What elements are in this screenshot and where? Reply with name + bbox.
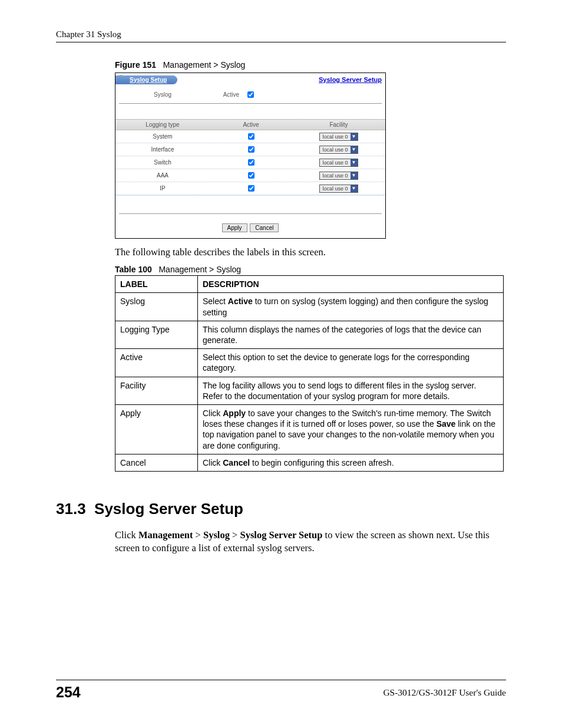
facility-value: local use 0 — [320, 147, 350, 153]
dropdown-arrow-icon: ▼ — [351, 159, 358, 166]
row-name: Interface — [115, 145, 210, 154]
syslog-active-row: Syslog Active — [115, 86, 385, 103]
table-row: Switch local use 0 ▼ — [115, 156, 385, 169]
row-active-checkbox[interactable] — [248, 185, 254, 192]
syslog-active-checkbox[interactable] — [247, 91, 254, 98]
table-row: Interface local use 0 ▼ — [115, 143, 385, 156]
facility-select[interactable]: local use 0 ▼ — [319, 133, 358, 141]
cell-label: Syslog — [115, 293, 198, 321]
button-row: Apply Cancel — [115, 214, 385, 238]
screenshot-header: Syslog Setup Syslog Server Setup — [115, 73, 385, 86]
row-name: IP — [115, 184, 210, 193]
cell-description: Click Apply to save your changes to the … — [198, 404, 504, 454]
table-row: System local use 0 ▼ — [115, 130, 385, 143]
screenshot-syslog-setup: Syslog Setup Syslog Server Setup Syslog … — [115, 73, 386, 239]
table-row: Logging Type This column displays the na… — [115, 321, 504, 348]
dropdown-arrow-icon: ▼ — [351, 172, 358, 179]
table-title: Management > Syslog — [158, 265, 241, 274]
page-footer: 254 GS-3012/GS-3012F User's Guide — [56, 680, 506, 701]
figure-title: Management > Syslog — [163, 60, 246, 70]
cell-label: Facility — [115, 377, 198, 404]
facility-value: local use 0 — [320, 186, 350, 192]
guide-name: GS-3012/GS-3012F User's Guide — [383, 687, 506, 698]
table-row: Cancel Click Cancel to begin configuring… — [115, 454, 504, 471]
row-name: Switch — [115, 158, 210, 167]
row-active-checkbox[interactable] — [248, 146, 254, 153]
facility-select[interactable]: local use 0 ▼ — [319, 185, 358, 193]
figure-number: Figure 151 — [115, 60, 156, 70]
row-active-checkbox[interactable] — [248, 133, 254, 140]
dropdown-arrow-icon: ▼ — [351, 146, 358, 153]
figure-caption: Figure 151 Management > Syslog — [115, 60, 506, 70]
cell-description: This column displays the names of the ca… — [198, 321, 504, 348]
table-caption: Table 100 Management > Syslog — [115, 265, 506, 274]
dropdown-arrow-icon: ▼ — [351, 133, 358, 140]
section-title: Syslog Server Setup — [94, 500, 243, 518]
row-active-checkbox[interactable] — [248, 172, 254, 179]
section-heading: 31.3 Syslog Server Setup — [56, 500, 506, 518]
chapter-label: Chapter 31 Syslog — [56, 29, 121, 39]
footer-divider — [56, 680, 506, 680]
table-row: Facility The log facility allows you to … — [115, 377, 504, 404]
cell-description: Select Active to turn on syslog (system … — [198, 293, 504, 321]
row-name: System — [115, 132, 210, 141]
table-row: Apply Click Apply to save your changes t… — [115, 404, 504, 454]
cancel-button[interactable]: Cancel — [250, 223, 279, 232]
section-paragraph: Click Management > Syslog > Syslog Serve… — [115, 529, 506, 555]
facility-select[interactable]: local use 0 ▼ — [319, 159, 358, 167]
facility-value: local use 0 — [320, 134, 350, 140]
cell-description: The log facility allows you to send logs… — [198, 377, 504, 404]
section-number: 31.3 — [56, 500, 86, 518]
facility-value: local use 0 — [320, 173, 350, 179]
th-active: Active — [210, 120, 292, 130]
facility-select[interactable]: local use 0 ▼ — [319, 172, 358, 180]
cell-description: Select this option to set the device to … — [198, 349, 504, 377]
table-number: Table 100 — [115, 265, 152, 274]
header-divider — [56, 42, 506, 42]
tab-label: Syslog Setup — [115, 75, 177, 84]
row-name: AAA — [115, 171, 210, 180]
label-syslog: Syslog — [115, 91, 210, 98]
th-facility: Facility — [292, 120, 385, 130]
table-row: AAA local use 0 ▼ — [115, 169, 385, 182]
syslog-server-setup-link[interactable]: Syslog Server Setup — [319, 76, 382, 83]
cell-label: Active — [115, 349, 198, 377]
th-label: LABEL — [115, 276, 198, 293]
th-logging-type: Logging type — [115, 120, 210, 130]
page-number: 254 — [56, 684, 81, 701]
cell-label: Cancel — [115, 454, 198, 471]
row-active-checkbox[interactable] — [248, 159, 254, 166]
label-active: Active — [210, 91, 245, 98]
table-row: Syslog Select Active to turn on syslog (… — [115, 293, 504, 321]
facility-value: local use 0 — [320, 160, 350, 166]
facility-select[interactable]: local use 0 ▼ — [319, 146, 358, 154]
page-container: Chapter 31 Syslog Figure 151 Management … — [0, 0, 562, 728]
table-row: Active Select this option to set the dev… — [115, 349, 504, 377]
description-table: LABEL DESCRIPTION Syslog Select Active t… — [115, 275, 504, 472]
intro-paragraph: The following table describes the labels… — [115, 246, 506, 259]
dropdown-arrow-icon: ▼ — [351, 185, 358, 192]
cell-label: Apply — [115, 404, 198, 454]
logging-table-header: Logging type Active Facility — [115, 119, 385, 130]
cell-description: Click Cancel to begin configuring this s… — [198, 454, 504, 471]
table-row: IP local use 0 ▼ — [115, 182, 385, 195]
cell-label: Logging Type — [115, 321, 198, 348]
th-description: DESCRIPTION — [198, 276, 504, 293]
apply-button[interactable]: Apply — [222, 223, 247, 232]
tab-syslog-setup[interactable]: Syslog Setup — [115, 74, 177, 85]
page-header: Chapter 31 Syslog — [56, 29, 506, 39]
